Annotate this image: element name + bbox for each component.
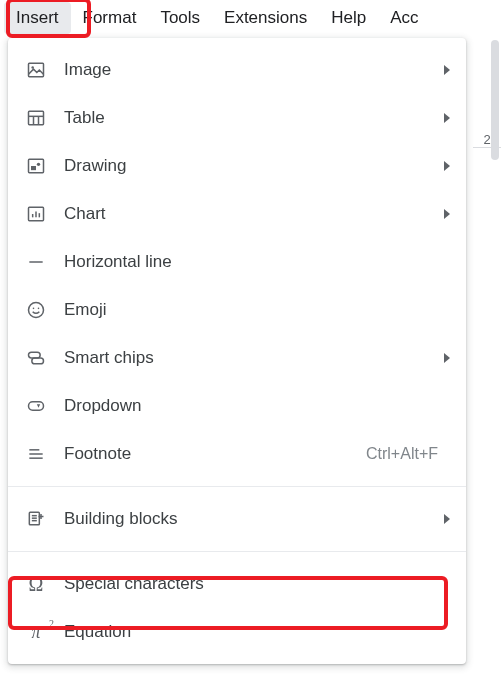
emoji-icon bbox=[24, 298, 48, 322]
menu-acc[interactable]: Acc bbox=[378, 2, 430, 34]
svg-rect-17 bbox=[29, 352, 41, 358]
menu-item-dropdown[interactable]: Dropdown bbox=[8, 382, 466, 430]
building-blocks-icon bbox=[24, 507, 48, 531]
menu-label: Emoji bbox=[64, 300, 450, 320]
menu-label: Footnote bbox=[64, 444, 366, 464]
menu-item-drawing[interactable]: Drawing bbox=[8, 142, 466, 190]
submenu-arrow-icon bbox=[444, 65, 450, 75]
menu-label: Horizontal line bbox=[64, 252, 450, 272]
submenu-arrow-icon bbox=[444, 161, 450, 171]
separator bbox=[8, 551, 466, 552]
submenu-arrow-icon bbox=[444, 113, 450, 123]
submenu-arrow-icon bbox=[444, 353, 450, 363]
insert-dropdown: Image Table Drawing Chart Horizontal lin… bbox=[8, 38, 466, 664]
svg-rect-19 bbox=[29, 402, 44, 410]
svg-rect-0 bbox=[29, 63, 44, 76]
menu-item-table[interactable]: Table bbox=[8, 94, 466, 142]
image-icon bbox=[24, 58, 48, 82]
separator bbox=[8, 486, 466, 487]
menu-label: Image bbox=[64, 60, 436, 80]
svg-rect-2 bbox=[29, 111, 44, 124]
svg-rect-18 bbox=[32, 358, 44, 364]
menu-label: Table bbox=[64, 108, 436, 128]
menu-item-building-blocks[interactable]: Building blocks bbox=[8, 495, 466, 543]
menu-label: Equation bbox=[64, 622, 450, 642]
menu-item-chart[interactable]: Chart bbox=[8, 190, 466, 238]
omega-icon: Ω bbox=[24, 572, 48, 596]
svg-point-8 bbox=[37, 163, 40, 166]
submenu-arrow-icon bbox=[444, 514, 450, 524]
menu-item-special-characters[interactable]: Ω Special characters bbox=[8, 560, 466, 608]
equation-icon: π2 bbox=[24, 620, 48, 644]
menu-label: Drawing bbox=[64, 156, 436, 176]
menu-help[interactable]: Help bbox=[319, 2, 378, 34]
menubar: Insert Format Tools Extensions Help Acc bbox=[0, 0, 501, 36]
menu-item-footnote[interactable]: Footnote Ctrl+Alt+F bbox=[8, 430, 466, 478]
menu-label: Special characters bbox=[64, 574, 450, 594]
chart-icon bbox=[24, 202, 48, 226]
menu-item-smart-chips[interactable]: Smart chips bbox=[8, 334, 466, 382]
horizontal-line-icon bbox=[24, 250, 48, 274]
menu-tools[interactable]: Tools bbox=[148, 2, 212, 34]
footnote-icon bbox=[24, 442, 48, 466]
svg-point-16 bbox=[38, 308, 40, 310]
menu-item-horizontal-line[interactable]: Horizontal line bbox=[8, 238, 466, 286]
menu-label: Chart bbox=[64, 204, 436, 224]
dropdown-scrollbar[interactable] bbox=[491, 40, 499, 160]
smart-chips-icon bbox=[24, 346, 48, 370]
svg-point-14 bbox=[29, 303, 44, 318]
menu-item-equation[interactable]: π2 Equation bbox=[8, 608, 466, 656]
submenu-arrow-icon bbox=[444, 209, 450, 219]
menu-item-emoji[interactable]: Emoji bbox=[8, 286, 466, 334]
menu-label: Building blocks bbox=[64, 509, 436, 529]
menu-item-image[interactable]: Image bbox=[8, 46, 466, 94]
menu-extensions[interactable]: Extensions bbox=[212, 2, 319, 34]
svg-point-15 bbox=[33, 308, 35, 310]
menu-label: Dropdown bbox=[64, 396, 450, 416]
menu-shortcut: Ctrl+Alt+F bbox=[366, 445, 438, 463]
drawing-icon bbox=[24, 154, 48, 178]
menu-format[interactable]: Format bbox=[71, 2, 149, 34]
svg-rect-7 bbox=[31, 166, 36, 170]
dropdown-icon bbox=[24, 394, 48, 418]
menu-insert[interactable]: Insert bbox=[4, 2, 71, 34]
table-icon bbox=[24, 106, 48, 130]
menu-label: Smart chips bbox=[64, 348, 436, 368]
